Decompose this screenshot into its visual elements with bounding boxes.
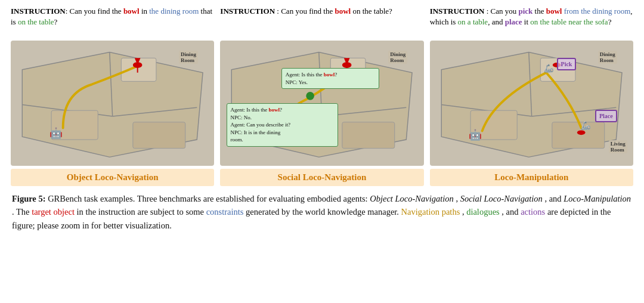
panel-social-loco: INSTRUCTION : Can you find the bowl on t… [220,6,423,186]
svg-text:🦾: 🦾 [581,120,592,131]
svg-text:🤖: 🤖 [469,128,482,141]
caption-purple-actions: actions [521,207,545,217]
caption-red-target: target object [32,207,75,217]
image-area-3: 🤖 🦾 🦾 DiningRoom LivingRoom Pick Place [430,41,633,166]
caption-text-2: , [456,194,460,203]
action-box-pick: Pick [557,58,577,70]
room-label-dining-1: DiningRoom [179,51,198,64]
instruction-bold-3: INSTRUCTION [430,7,485,16]
instruction-1: INSTRUCTION: Can you find the bowl in th… [11,6,214,37]
action-box-place: Place [595,110,617,122]
figure-number: Figure 5: [12,194,46,203]
svg-rect-29 [552,122,605,149]
caption-text-3: , and [544,194,564,203]
figure-caption: Figure 5: GRBench task examples. Three b… [11,192,633,232]
caption-text-6: generated by the world knowledge manager… [246,207,401,217]
caption-italic-3: Loco-Manipulation [564,194,631,203]
panel-label-2: Social Loco-Navigation [220,169,423,186]
svg-rect-17 [342,122,395,149]
panel-label-1: Object Loco-Navigation [11,169,214,186]
room-label-dining-3: DiningRoom [598,51,617,64]
image-area-1: 🤖 DiningRoom [11,41,214,166]
dialog-box-2: Agent: Is this the bowl?NPC: No.Agent: C… [227,103,339,147]
panels-row: INSTRUCTION: Can you find the bowl in th… [11,6,633,186]
caption-text-8: , and [501,207,521,217]
caption-text-5: in the instruction are subject to some [77,207,206,217]
svg-rect-6 [133,122,185,149]
instruction-3: INSTRUCTION : Can you pick the bowl from… [430,6,633,37]
panel-loco-manip: INSTRUCTION : Can you pick the bowl from… [430,6,633,186]
caption-text-4: . The [12,207,32,217]
room-label-dining-2: DiningRoom [388,51,407,64]
instruction-2: INSTRUCTION : Can you find the bowl on t… [220,6,423,37]
panel-object-loco: INSTRUCTION: Can you find the bowl in th… [11,6,214,186]
room-label-living-3: LivingRoom [609,140,627,153]
instruction-bold-2: INSTRUCTION [220,7,275,16]
caption-blue-constraints: constraints [206,207,244,217]
caption-italic-2: Social Loco-Navigation [460,194,543,203]
caption-yellow-nav: Navigation paths [401,207,460,217]
svg-point-34 [577,130,586,135]
caption-italic-1: Object Loco-Navigation [370,194,454,203]
instruction-bold-1: INSTRUCTION [11,7,66,16]
svg-text:🤖: 🤖 [49,126,63,140]
image-area-2: 🤖 DiningRoom Agent: Is this the bowl?NPC… [220,41,423,166]
caption-text-1: GRBench task examples. Three benchmarks … [48,194,370,203]
caption-green-dialogues: dialogues [466,207,500,217]
main-container: INSTRUCTION: Can you find the bowl in th… [0,0,644,237]
svg-point-19 [306,92,315,100]
dialog-box-1: Agent: Is this the bowl?NPC: Yes. [281,68,379,89]
panel-label-3: Loco-Manipulation [430,169,633,186]
